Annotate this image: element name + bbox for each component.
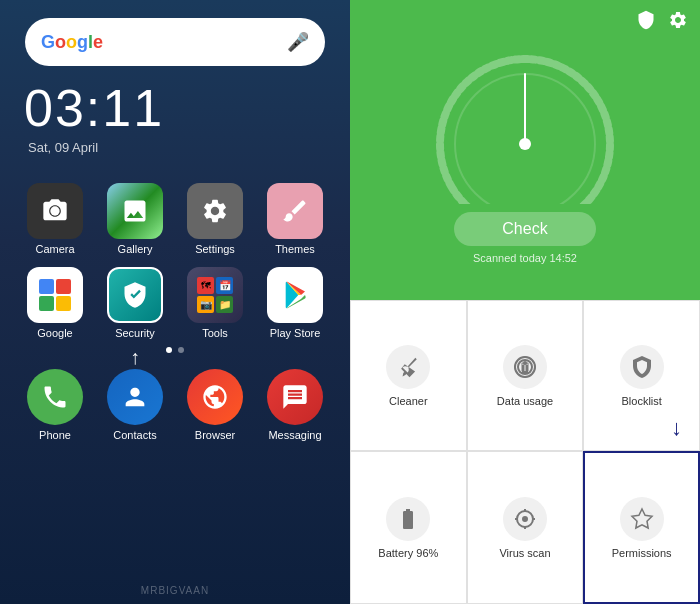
watermark: MRBIGVAAN — [141, 585, 209, 596]
search-bar[interactable]: Google 🎤 — [25, 18, 325, 66]
app-item-themes[interactable]: Themes — [259, 183, 331, 255]
settings-icon — [187, 183, 243, 239]
browser-label: Browser — [195, 429, 235, 441]
messaging-label: Messaging — [268, 429, 321, 441]
dot-2 — [178, 347, 184, 353]
check-button[interactable]: Check — [454, 212, 595, 246]
app-item-google[interactable]: Google — [19, 267, 91, 339]
app-item-phone[interactable]: Phone — [19, 369, 91, 441]
battery-label: Battery 96% — [378, 547, 438, 559]
phone-icon — [27, 369, 83, 425]
scanned-text: Scanned today 14:52 — [473, 252, 577, 264]
app-item-browser[interactable]: Browser — [179, 369, 251, 441]
app-item-camera[interactable]: Camera — [19, 183, 91, 255]
permissions-icon — [620, 497, 664, 541]
app-item-tools[interactable]: 🗺 📅 📷 📁 Tools — [179, 267, 251, 339]
app-grid-row1: Camera Gallery Settings — [0, 183, 351, 339]
settings-label: Settings — [195, 243, 235, 255]
arrow-down-indicator: ↓ — [671, 415, 682, 441]
feature-item-cleaner[interactable]: Cleaner — [350, 300, 467, 451]
blocklist-label: Blocklist — [621, 395, 661, 407]
google-app-label: Google — [37, 327, 72, 339]
gallery-label: Gallery — [118, 243, 153, 255]
svg-marker-12 — [632, 509, 652, 528]
app-item-contacts[interactable]: Contacts — [99, 369, 171, 441]
permissions-label: Permissions — [612, 547, 672, 559]
arrow-up-indicator: ↑ — [130, 346, 140, 369]
playstore-icon — [267, 267, 323, 323]
shield-top-icon[interactable] — [636, 10, 656, 34]
feature-item-virus-scan[interactable]: Virus scan — [467, 451, 584, 604]
security-label: Security — [115, 327, 155, 339]
feature-item-battery[interactable]: Battery 96% — [350, 451, 467, 604]
contacts-icon — [107, 369, 163, 425]
clock-display: 03:11 — [24, 78, 164, 138]
feature-item-permissions[interactable]: ↓ Permissions — [583, 451, 700, 604]
left-panel: Google 🎤 03:11 Sat, 09 April Camera Ga — [0, 0, 350, 604]
mic-icon[interactable]: 🎤 — [287, 31, 309, 53]
phone-label: Phone — [39, 429, 71, 441]
security-app-icon — [107, 267, 163, 323]
themes-label: Themes — [275, 243, 315, 255]
messaging-icon — [267, 369, 323, 425]
svg-point-7 — [523, 517, 527, 521]
app-item-settings[interactable]: Settings — [179, 183, 251, 255]
svg-point-4 — [519, 138, 531, 150]
google-app-icon — [27, 267, 83, 323]
browser-icon — [187, 369, 243, 425]
svg-point-5 — [523, 361, 527, 365]
contacts-label: Contacts — [113, 429, 156, 441]
gauge-container — [425, 44, 625, 204]
google-logo: Google — [41, 32, 103, 53]
date-display: Sat, 09 April — [28, 140, 98, 155]
camera-icon — [27, 183, 83, 239]
tools-icon: 🗺 📅 📷 📁 — [187, 267, 243, 323]
playstore-label: Play Store — [270, 327, 321, 339]
battery-icon — [386, 497, 430, 541]
themes-icon — [267, 183, 323, 239]
app-item-messaging[interactable]: Messaging — [259, 369, 331, 441]
virus-scan-icon — [503, 497, 547, 541]
gallery-icon — [107, 183, 163, 239]
camera-label: Camera — [35, 243, 74, 255]
security-top-section: Check Scanned today 14:52 — [350, 0, 700, 300]
top-icons-row — [350, 0, 700, 44]
right-panel: Check Scanned today 14:52 Cleaner — [350, 0, 700, 604]
feature-item-blocklist[interactable]: Blocklist — [583, 300, 700, 451]
feature-item-data-usage[interactable]: Data usage — [467, 300, 584, 451]
bottom-app-dock: Phone Contacts Browser — [0, 369, 351, 441]
app-item-playstore[interactable]: Play Store — [259, 267, 331, 339]
feature-grid: Cleaner Data usage Blocklist — [350, 300, 700, 604]
virus-scan-label: Virus scan — [499, 547, 550, 559]
app-item-gallery[interactable]: Gallery — [99, 183, 171, 255]
svg-point-0 — [50, 206, 59, 215]
gear-top-icon[interactable] — [668, 10, 688, 34]
cleaner-icon — [386, 345, 430, 389]
dot-1 — [166, 347, 172, 353]
gauge-svg — [425, 44, 625, 204]
tools-label: Tools — [202, 327, 228, 339]
app-item-security[interactable]: Security ↑ — [99, 267, 171, 339]
data-usage-label: Data usage — [497, 395, 553, 407]
page-dots — [166, 347, 184, 353]
data-usage-icon — [503, 345, 547, 389]
cleaner-label: Cleaner — [389, 395, 428, 407]
blocklist-icon — [620, 345, 664, 389]
